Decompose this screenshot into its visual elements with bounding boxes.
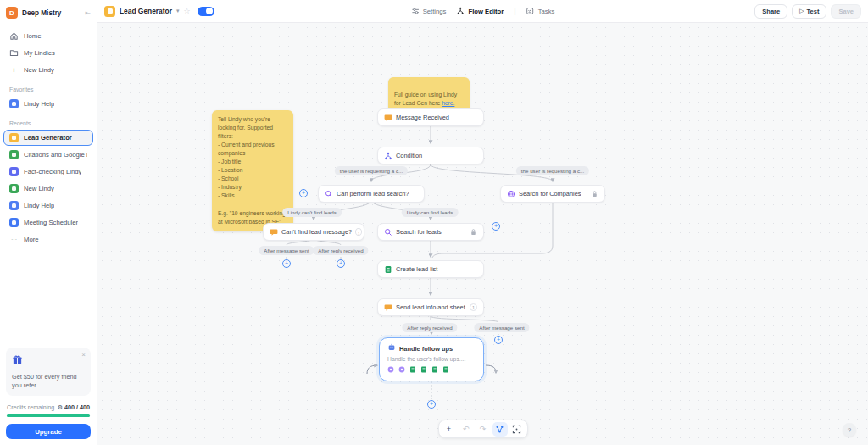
tasks-icon (526, 7, 535, 15)
node-condition[interactable]: Condition (377, 147, 484, 164)
ai-skill-icon (398, 366, 405, 373)
sidebar-item-more[interactable]: ··· More (3, 231, 93, 248)
node-badge: ⋮ (355, 228, 362, 236)
flow-icon (456, 7, 465, 15)
guide-link[interactable]: here. (442, 100, 454, 106)
save-button[interactable]: Save (831, 4, 861, 19)
sidebar-item-fact-checking[interactable]: Fact-checking Lindy (3, 164, 93, 180)
sidebar-item-label: Citations and Google Docs (24, 151, 87, 159)
tab-label: Flow Editor (468, 8, 504, 15)
tab-label: Settings (423, 8, 447, 15)
node-skill-icons (387, 366, 476, 373)
edge-label-can-find-leads[interactable]: Lindy can find leads (402, 208, 459, 217)
close-icon[interactable]: × (81, 351, 86, 359)
sidebar-item-label: Fact-checking Lindy (24, 168, 81, 175)
node-handle-follow-ups[interactable]: Handle follow ups Handle the user's foll… (379, 337, 484, 381)
fit-view-button[interactable] (509, 422, 525, 437)
node-cant-find-lead-message[interactable]: Can't find lead message? ⋮ (263, 223, 364, 241)
workspace-name[interactable]: Deep Mistry (22, 9, 81, 17)
node-send-lead-info[interactable]: Send lead info and sheet 1 (377, 298, 484, 316)
app-root: D Deep Mistry ⇤ Home My Lindies + New Li… (0, 0, 868, 445)
tab-flow-editor[interactable]: Flow Editor (456, 7, 504, 15)
lock-icon (470, 228, 477, 236)
agent-icon (387, 343, 396, 353)
add-node-button[interactable]: + (494, 336, 503, 344)
folder-icon (9, 48, 19, 58)
add-node-button[interactable]: + (282, 259, 291, 268)
node-can-perform-lead-search[interactable]: Can perform lead search? (318, 185, 425, 203)
toggle-knob (206, 8, 213, 14)
test-button[interactable]: ▷ Test (792, 4, 826, 19)
tab-tasks[interactable]: Tasks (526, 7, 555, 15)
edge-label-after-message-sent[interactable]: After message sent (259, 246, 314, 255)
sidebar-item-label: Meeting Scheduler (24, 219, 78, 226)
fact-checking-icon (9, 167, 19, 176)
auto-layout-button[interactable] (492, 422, 508, 437)
upgrade-button[interactable]: Upgrade (6, 424, 91, 439)
sidebar-item-my-lindies[interactable]: My Lindies (3, 45, 93, 61)
node-message-received[interactable]: Message Received (377, 108, 484, 126)
sheet-skill-icon (420, 366, 427, 373)
share-button[interactable]: Share (754, 4, 787, 19)
node-label: Condition (396, 152, 422, 159)
sidebar-item-home[interactable]: Home (3, 28, 93, 44)
play-icon: ▷ (799, 8, 804, 14)
flow-canvas[interactable]: Full guide on using Lindy for Lead Gen h… (97, 23, 868, 445)
node-label: Search for Companies (519, 190, 581, 197)
add-node-button[interactable]: + (337, 259, 345, 268)
sticky-note-guide[interactable]: Full guide on using Lindy for Lead Gen h… (388, 77, 470, 113)
chevron-down-icon[interactable]: ▾ (176, 8, 180, 14)
gear-icon: ⚙ (58, 404, 63, 411)
credits-value: 400 / 400 (64, 403, 90, 411)
sticky-note-filters[interactable]: Tell Lindy who you're looking for. Suppo… (212, 110, 293, 231)
sidebar-item-new-lindy[interactable]: + New Lindy (3, 62, 93, 78)
add-node-button[interactable]: + (299, 189, 308, 197)
edge-label-condition-right[interactable]: the user is requesting a c... (516, 166, 589, 175)
credits-row: Credits remaining ⚙ 400 / 400 (7, 403, 90, 411)
sidebar-item-lindy-help[interactable]: Lindy Help (3, 197, 93, 214)
sidebar-item-label: More (24, 236, 39, 243)
search-icon (325, 190, 333, 198)
sheet-skill-icon (442, 366, 449, 373)
help-button[interactable]: ? (843, 423, 856, 437)
tab-settings[interactable]: Settings (411, 7, 447, 15)
node-create-lead-list[interactable]: Create lead list (377, 260, 484, 278)
test-button-label: Test (807, 8, 820, 15)
edge-label-after-reply-received-2[interactable]: After reply received (402, 323, 457, 332)
sheet-skill-icon (409, 366, 416, 373)
lindy-help-icon (9, 201, 19, 210)
add-node-button[interactable]: + (427, 400, 436, 409)
star-icon[interactable]: ☆ (183, 7, 190, 15)
sidebar-bottom: × Get $50 for every friend you refer. Cr… (0, 342, 97, 445)
add-node-button[interactable]: + (492, 222, 500, 231)
edge-label-cant-find-leads[interactable]: Lindy can't find leads (282, 208, 342, 217)
collapse-sidebar-icon[interactable]: ⇤ (85, 9, 91, 17)
workspace-logo: D (6, 7, 18, 19)
add-step-button[interactable]: + (442, 422, 457, 437)
sidebar-item-lindy-help-favorite[interactable]: Lindy Help (3, 96, 93, 112)
sidebar-item-label: Home (24, 32, 42, 40)
tab-label: Tasks (538, 8, 555, 15)
node-label: Send lead info and sheet (396, 303, 465, 311)
enable-toggle[interactable] (198, 7, 214, 16)
edge-label-after-reply-received[interactable]: After reply received (313, 246, 368, 255)
redo-button[interactable]: ↷ (476, 422, 491, 437)
sidebar-item-new-lindy-recent[interactable]: New Lindy (3, 181, 93, 197)
edge-label-after-message-sent-2[interactable]: After message sent (474, 323, 529, 332)
sidebar-item-meeting-scheduler[interactable]: Meeting Scheduler (3, 214, 93, 231)
node-label: Can't find lead message? (281, 228, 352, 236)
edge-label-condition-left[interactable]: the user is requesting a c... (335, 166, 408, 175)
chat-icon (384, 114, 392, 122)
lead-generator-app-icon (104, 6, 115, 17)
sidebar-item-label: My Lindies (24, 49, 55, 57)
page-title[interactable]: Lead Generator (120, 7, 172, 15)
sidebar-item-lead-generator[interactable]: Lead Generator (3, 130, 93, 146)
node-search-for-companies[interactable]: Search for Companies (500, 185, 605, 203)
node-label: Message Received (396, 114, 449, 121)
undo-button[interactable]: ↶ (459, 422, 474, 437)
sidebar-item-citations-google-docs[interactable]: Citations and Google Docs (3, 147, 93, 163)
node-search-for-leads[interactable]: Search for leads (377, 223, 484, 241)
credits-label: Credits remaining (7, 403, 58, 411)
node-label: Create lead list (396, 265, 437, 273)
favorites-section-title: Favorites (0, 79, 97, 95)
